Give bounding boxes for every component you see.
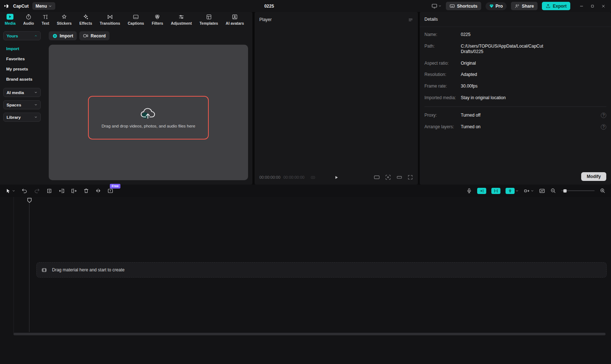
zoom-in-button[interactable] <box>600 188 606 194</box>
split-button[interactable] <box>46 188 52 194</box>
tab-captions[interactable]: Captions <box>128 13 144 25</box>
zoom-slider-handle[interactable] <box>563 189 567 193</box>
snapping-toggle[interactable] <box>477 188 486 194</box>
delete-button[interactable] <box>83 188 89 194</box>
undo-button[interactable] <box>21 188 28 194</box>
detail-row-name: Name: 0225 <box>424 32 606 38</box>
help-icon[interactable] <box>601 124 606 130</box>
tab-stickers[interactable]: Stickers <box>57 13 72 25</box>
tab-audio[interactable]: Audio <box>23 13 34 25</box>
templates-icon <box>206 13 212 20</box>
app-name: CapCut <box>13 4 29 9</box>
detail-value: Adapted <box>461 72 477 78</box>
play-button[interactable] <box>334 175 339 180</box>
monitor-icon <box>431 3 438 9</box>
adjustment-icon <box>178 13 184 20</box>
delete-right-button[interactable] <box>71 188 77 194</box>
help-icon[interactable] <box>601 113 606 118</box>
timeline-zoom-slider[interactable] <box>561 190 595 191</box>
sidebar-item-import[interactable]: Import <box>3 44 41 54</box>
sidebar-item-brand-assets[interactable]: Brand assets <box>3 74 41 84</box>
share-button[interactable]: Share <box>511 2 538 10</box>
capcut-logo-icon <box>4 3 9 9</box>
timeline-horizontal-scrollbar[interactable] <box>13 333 606 335</box>
media-dropzone[interactable]: Drag and drop videos, photos, and audio … <box>49 45 248 180</box>
player-viewport[interactable] <box>255 27 418 170</box>
transitions-icon <box>107 13 113 20</box>
tab-adjustment[interactable]: Adjustment <box>171 13 192 25</box>
tab-ai-avatars[interactable]: AI avatars <box>226 13 244 25</box>
fullscreen-button[interactable] <box>407 174 413 180</box>
resolution-button[interactable] <box>396 174 403 181</box>
titlebar: CapCut Menu 0225 Shortcuts Pro Share <box>0 0 611 12</box>
mirror-button[interactable] <box>95 188 101 194</box>
player-options-icon[interactable] <box>408 17 413 22</box>
shortcuts-button[interactable]: Shortcuts <box>446 2 481 10</box>
sidebar-item-my-presets[interactable]: My presets <box>3 64 41 74</box>
player-panel: Player 00:00:00:00 00:00:00:00 <box>255 12 418 185</box>
plus-circle-icon <box>52 33 57 39</box>
chevron-down-icon <box>531 189 534 193</box>
document-title: 0225 <box>264 4 274 9</box>
detail-label: Imported media: <box>424 95 461 100</box>
divider <box>424 106 606 107</box>
zoom-out-button[interactable] <box>550 188 556 194</box>
details-panel: Details Name: 0225 Path: C:/Users/TOPGUS… <box>420 12 611 185</box>
captions-icon <box>133 13 139 20</box>
close-button[interactable] <box>598 0 609 12</box>
canvas-ratio-button[interactable] <box>374 174 380 181</box>
fit-button[interactable] <box>385 174 391 181</box>
player-controls: 00:00:00:00 00:00:00:00 <box>255 170 418 185</box>
detail-row-frame-rate: Frame rate: 30.00fps <box>424 84 606 89</box>
preview-axis-toggle[interactable] <box>506 188 519 194</box>
render-preview-button[interactable] <box>539 188 545 194</box>
import-button[interactable]: Import <box>49 31 77 40</box>
tab-effects[interactable]: Effects <box>79 13 92 25</box>
share-icon <box>515 4 520 9</box>
tab-media[interactable]: Media <box>5 13 16 25</box>
menu-button[interactable]: Menu <box>32 2 55 10</box>
magic-tools-button[interactable]: Free <box>107 188 113 194</box>
drop-target[interactable]: Drag and drop videos, photos, and audio … <box>88 96 209 139</box>
stickers-icon <box>61 13 67 20</box>
linking-toggle[interactable] <box>491 188 500 194</box>
export-icon <box>546 4 551 9</box>
voiceover-button[interactable] <box>466 188 472 194</box>
timeline-placeholder-text: Drag material here and start to create <box>52 267 124 272</box>
display-mode-button[interactable] <box>431 3 442 9</box>
timeline-drop-strip[interactable]: Drag material here and start to create <box>36 262 607 278</box>
record-button[interactable]: Record <box>79 31 109 40</box>
detail-value: Turned on <box>461 124 480 130</box>
chevron-down-icon <box>48 4 52 8</box>
detail-row-path: Path: C:/Users/TOPGUS/AppData/Local/CapC… <box>424 44 606 55</box>
gem-icon <box>489 4 494 8</box>
select-tool-button[interactable] <box>5 188 15 194</box>
maximize-button[interactable] <box>587 0 598 12</box>
playhead-marker[interactable] <box>27 198 32 203</box>
timecode-settings-icon[interactable] <box>310 175 316 180</box>
detail-value: Original <box>461 61 476 66</box>
free-badge: Free <box>110 184 120 189</box>
delete-left-button[interactable] <box>59 188 65 194</box>
modify-button[interactable]: Modify <box>581 172 606 181</box>
sidebar-group-spaces[interactable]: Spaces <box>3 100 41 109</box>
detail-value: 0225 <box>461 32 471 38</box>
tab-templates[interactable]: Templates <box>199 13 218 25</box>
minimize-button[interactable] <box>576 0 587 12</box>
auto-ripple-button[interactable] <box>524 188 534 194</box>
keyboard-icon <box>450 3 455 9</box>
export-button[interactable]: Export <box>542 2 570 10</box>
tab-filters[interactable]: Filters <box>152 13 163 25</box>
media-tabs-bar: Media Audio Text Stickers Effects Transi… <box>0 12 252 27</box>
tab-text[interactable]: Text <box>42 13 49 25</box>
filters-icon <box>154 13 160 20</box>
redo-button[interactable] <box>34 188 40 194</box>
sidebar-group-library[interactable]: Library <box>3 113 41 122</box>
sidebar-item-favorites[interactable]: Favorites <box>3 54 41 64</box>
playhead-line <box>29 203 29 332</box>
tab-transitions[interactable]: Transitions <box>100 13 120 25</box>
pro-badge[interactable]: Pro <box>486 2 507 10</box>
timeline[interactable]: Drag material here and start to create <box>0 197 611 364</box>
sidebar-group-ai-media[interactable]: AI media <box>3 88 41 97</box>
sidebar-section-yours[interactable]: Yours <box>3 31 41 40</box>
